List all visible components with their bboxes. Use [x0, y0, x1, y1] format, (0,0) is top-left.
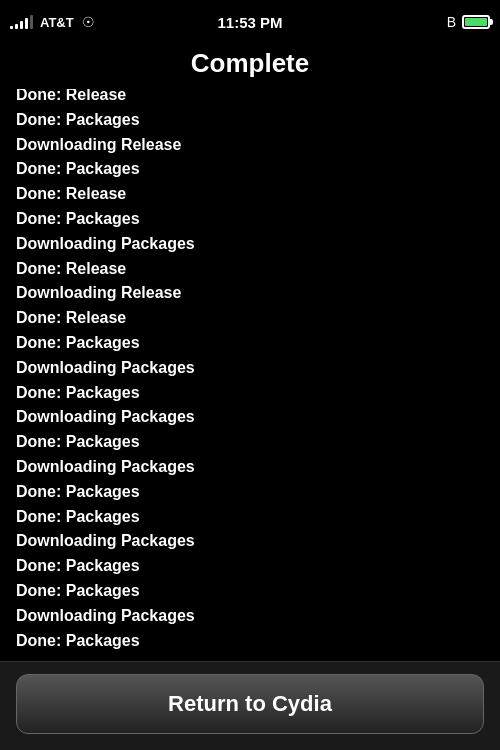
battery-icon: [462, 15, 490, 29]
log-line: Done: Release: [16, 89, 484, 108]
bluetooth-icon: B: [447, 14, 456, 30]
log-line: Done: Packages: [16, 331, 484, 356]
log-line: Downloading Packages: [16, 232, 484, 257]
log-line: Done: Packages: [16, 108, 484, 133]
log-line: Done: Packages: [16, 579, 484, 604]
log-line: Done: Packages: [16, 207, 484, 232]
status-left: AT&T ☉: [10, 14, 130, 30]
signal-bar-2: [15, 24, 18, 29]
log-line: Done: Release: [16, 306, 484, 331]
battery-container: [462, 15, 490, 29]
signal-bar-3: [20, 21, 23, 29]
signal-bar-4: [25, 18, 28, 29]
carrier-label: AT&T: [40, 15, 74, 30]
log-line: Downloading Release: [16, 133, 484, 158]
log-line: Downloading Packages: [16, 455, 484, 480]
log-area[interactable]: Done: ReleaseDone: PackagesDownloading R…: [0, 89, 500, 661]
log-line: Done: Packages: [16, 430, 484, 455]
signal-bar-1: [10, 26, 13, 29]
status-time: 11:53 PM: [130, 14, 370, 31]
log-line: Done: Release: [16, 257, 484, 282]
log-line: Done: Packages: [16, 157, 484, 182]
log-line: Done: Packages: [16, 554, 484, 579]
title-bar: Complete: [0, 44, 500, 89]
log-line: Done: Packages: [16, 480, 484, 505]
page-title: Complete: [191, 48, 309, 78]
battery-fill: [465, 18, 487, 26]
bottom-bar: Return to Cydia: [0, 661, 500, 750]
log-line: Done: Release: [16, 182, 484, 207]
log-line: Downloading Packages: [16, 405, 484, 430]
log-line: Done: Packages: [16, 505, 484, 530]
log-line: Done: Packages: [16, 381, 484, 406]
log-line: Downloading Packages: [16, 529, 484, 554]
status-bar: AT&T ☉ 11:53 PM B: [0, 0, 500, 44]
wifi-icon: ☉: [82, 14, 95, 30]
log-line: Downloading Packages: [16, 604, 484, 629]
log-line: Downloading Release: [16, 281, 484, 306]
log-line: Done: Packages: [16, 629, 484, 654]
signal-bars: [10, 15, 33, 29]
return-to-cydia-button[interactable]: Return to Cydia: [16, 674, 484, 734]
log-line: Downloading Packages: [16, 356, 484, 381]
status-right: B: [370, 14, 490, 30]
signal-bar-5: [30, 15, 33, 29]
